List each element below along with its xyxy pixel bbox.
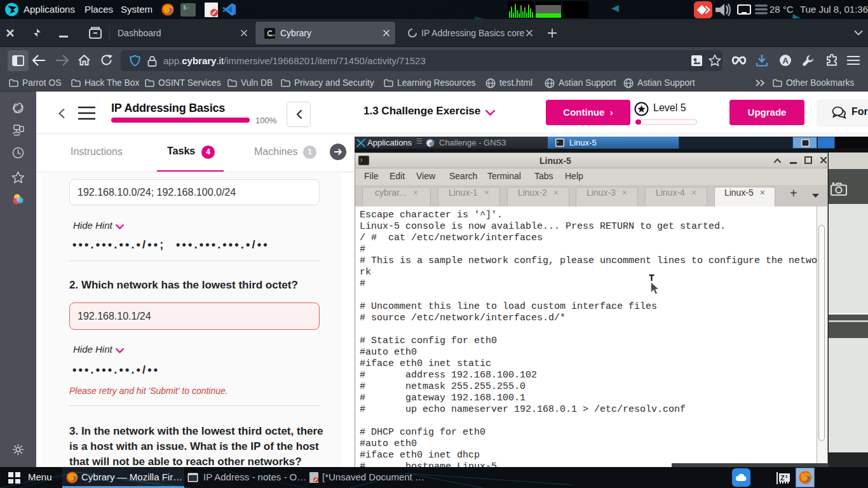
svg-text:CYBRARY: CYBRARY: [267, 34, 275, 37]
svg-text:Z: Z: [780, 474, 785, 482]
svg-text:A: A: [783, 56, 789, 65]
svg-text:z: z: [785, 474, 788, 478]
svg-text:$-: $-: [183, 5, 190, 11]
